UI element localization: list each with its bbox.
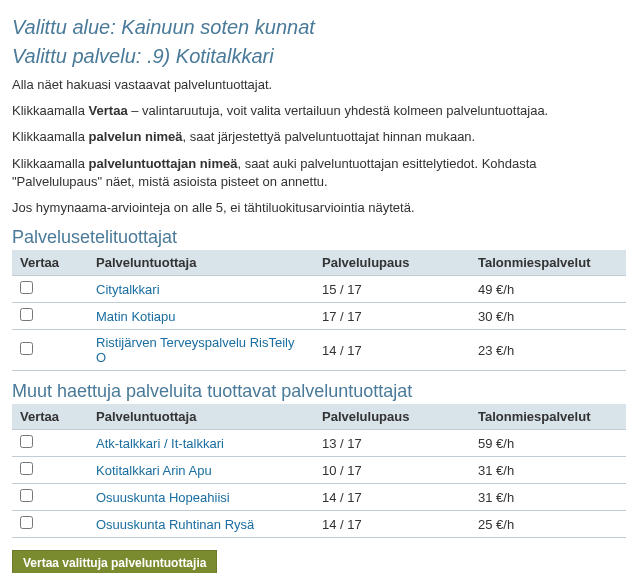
voucher-providers-heading: Palvelusetelituottajat [12,227,626,248]
compare-selected-button[interactable]: Vertaa valittuja palveluntuottajia [12,550,217,573]
intro-text-3: Klikkaamalla palvelun nimeä, saat järjes… [12,128,626,146]
col-header-promise[interactable]: Palvelulupaus [314,250,470,276]
provider-link[interactable]: Kotitalkkari Arin Apu [96,463,212,478]
intro-text-5: Jos hymynaama-arviointeja on alle 5, ei … [12,199,626,217]
compare-checkbox[interactable] [20,489,33,502]
provider-link[interactable]: Atk-talkkari / It-talkkari [96,436,224,451]
provider-link[interactable]: Osuuskunta Hopeahiisi [96,490,230,505]
voucher-providers-table: Vertaa Palveluntuottaja Palvelulupaus Ta… [12,250,626,371]
promise-value: 15 / 17 [314,276,470,303]
promise-value: 17 / 17 [314,303,470,330]
provider-link[interactable]: Matin Kotiapu [96,309,176,324]
compare-checkbox[interactable] [20,308,33,321]
provider-link[interactable]: Citytalkkari [96,282,160,297]
compare-checkbox[interactable] [20,435,33,448]
col-header-service[interactable]: Talonmiespalvelut [470,404,626,430]
provider-link[interactable]: Ristijärven Terveyspalvelu RisTeily O [96,335,294,365]
compare-checkbox[interactable] [20,342,33,355]
price-value: 31 €/h [470,457,626,484]
price-value: 49 €/h [470,276,626,303]
price-value: 23 €/h [470,330,626,371]
price-value: 59 €/h [470,430,626,457]
intro-text-4: Klikkaamalla palveluntuottajan nimeä, sa… [12,155,626,191]
col-header-provider[interactable]: Palveluntuottaja [88,250,314,276]
promise-value: 14 / 17 [314,511,470,538]
table-row: Atk-talkkari / It-talkkari13 / 1759 €/h [12,430,626,457]
col-header-provider[interactable]: Palveluntuottaja [88,404,314,430]
price-value: 30 €/h [470,303,626,330]
col-header-compare[interactable]: Vertaa [12,250,88,276]
table-row: Ristijärven Terveyspalvelu RisTeily O14 … [12,330,626,371]
other-providers-table: Vertaa Palveluntuottaja Palvelulupaus Ta… [12,404,626,538]
promise-value: 10 / 17 [314,457,470,484]
compare-checkbox[interactable] [20,516,33,529]
provider-link[interactable]: Osuuskunta Ruhtinan Rysä [96,517,254,532]
promise-value: 14 / 17 [314,484,470,511]
intro-text-1: Alla näet hakuasi vastaavat palveluntuot… [12,76,626,94]
promise-value: 13 / 17 [314,430,470,457]
compare-checkbox[interactable] [20,281,33,294]
selected-service-heading: Valittu palvelu: .9) Kotitalkkari [12,45,626,68]
promise-value: 14 / 17 [314,330,470,371]
col-header-compare[interactable]: Vertaa [12,404,88,430]
price-value: 31 €/h [470,484,626,511]
selected-area-heading: Valittu alue: Kainuun soten kunnat [12,16,626,39]
price-value: 25 €/h [470,511,626,538]
table-row: Citytalkkari15 / 1749 €/h [12,276,626,303]
other-providers-heading: Muut haettuja palveluita tuottavat palve… [12,381,626,402]
compare-checkbox[interactable] [20,462,33,475]
table-row: Osuuskunta Ruhtinan Rysä14 / 1725 €/h [12,511,626,538]
table-row: Matin Kotiapu17 / 1730 €/h [12,303,626,330]
col-header-promise[interactable]: Palvelulupaus [314,404,470,430]
table-row: Kotitalkkari Arin Apu10 / 1731 €/h [12,457,626,484]
intro-text-2: Klikkaamalla Vertaa – valintaruutuja, vo… [12,102,626,120]
table-row: Osuuskunta Hopeahiisi14 / 1731 €/h [12,484,626,511]
col-header-service[interactable]: Talonmiespalvelut [470,250,626,276]
